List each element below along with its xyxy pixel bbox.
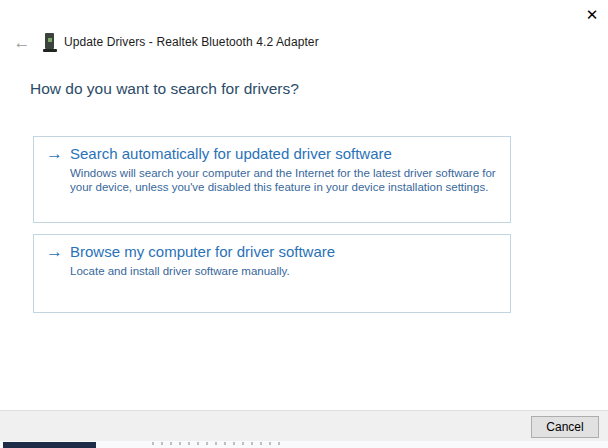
option-search-automatically[interactable]: → Search automatically for updated drive…: [33, 136, 511, 223]
main-instruction: How do you want to search for drivers?: [30, 80, 299, 98]
option-title: Search automatically for updated driver …: [70, 144, 392, 164]
back-arrow-icon: ←: [14, 34, 31, 51]
option-title: Browse my computer for driver software: [70, 242, 335, 262]
update-drivers-window: ✕ ← Update Drivers - Realtek Bluetooth 4…: [0, 0, 608, 448]
cancel-button[interactable]: Cancel: [531, 416, 599, 438]
taskbar-glyph-marks: [152, 442, 287, 445]
arrow-right-icon: →: [46, 144, 70, 164]
window-title: Update Drivers - Realtek Bluetooth 4.2 A…: [64, 35, 319, 49]
close-button[interactable]: ✕: [576, 2, 608, 26]
wizard-footer: Cancel: [0, 410, 608, 441]
wizard-header: ← Update Drivers - Realtek Bluetooth 4.2…: [10, 32, 319, 52]
taskbar-sliver[interactable]: [0, 441, 608, 448]
close-icon: ✕: [586, 7, 599, 22]
device-driver-icon: [43, 33, 57, 52]
arrow-right-icon: →: [46, 242, 70, 262]
option-description: Locate and install driver software manua…: [70, 264, 502, 278]
option-description: Windows will search your computer and th…: [70, 166, 502, 194]
option-browse-computer[interactable]: → Browse my computer for driver software…: [33, 234, 511, 313]
taskbar-search-box-fragment: [3, 442, 96, 448]
back-button[interactable]: ←: [10, 32, 34, 52]
